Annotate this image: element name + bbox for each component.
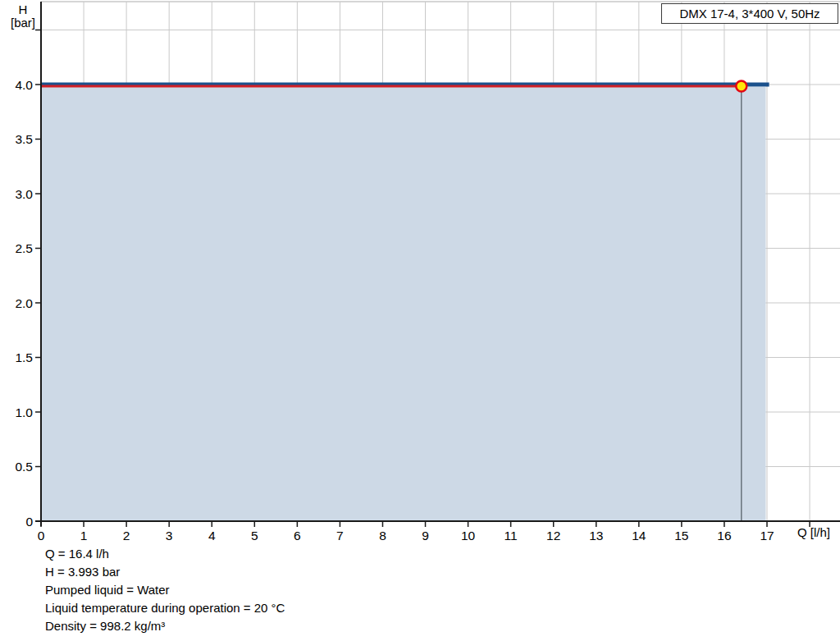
x-tick-label: 10	[461, 529, 476, 543]
duty-info-block: Q = 16.4 l/h H = 3.993 bar Pumped liquid…	[45, 545, 285, 635]
x-tick-label: 6	[294, 529, 301, 543]
y-tick-label: 2.5	[15, 241, 33, 255]
x-axis-title: Q [l/h]	[797, 525, 830, 539]
info-liquid-temperature: Liquid temperature during operation = 20…	[45, 599, 285, 617]
y-tick-label: 4.0	[15, 78, 33, 92]
y-tick-label: 1.0	[15, 405, 33, 419]
legend-label: DMX 17-4, 3*400 V, 50Hz	[679, 7, 819, 21]
y-axis-quantity: H	[4, 3, 42, 16]
y-tick-label: 0.5	[15, 460, 33, 474]
x-tick-label: 5	[251, 529, 258, 543]
y-axis-title: H [bar]	[4, 3, 42, 30]
x-tick-label: 7	[336, 529, 344, 543]
y-axis-unit: [bar]	[4, 16, 42, 30]
duty-point-marker[interactable]	[736, 80, 746, 91]
x-tick-label: 9	[422, 529, 429, 543]
x-tick-label: 14	[632, 529, 646, 543]
x-tick-label: 12	[546, 529, 560, 543]
x-tick-label: 16	[717, 529, 731, 543]
y-tick-label: 2.0	[15, 296, 33, 310]
x-tick-label: 3	[166, 529, 173, 543]
x-tick-label: 11	[504, 529, 518, 543]
x-tick-label: 8	[379, 529, 386, 543]
x-tick-label: 13	[589, 529, 603, 543]
x-tick-label: 2	[123, 529, 130, 543]
plot-area: 0123456789101112131415161700.51.01.52.02…	[0, 0, 840, 543]
y-tick-label: 0	[25, 515, 33, 529]
y-tick-label: 3.0	[15, 187, 33, 201]
curve-fill-area	[42, 87, 766, 520]
legend-box: DMX 17-4, 3*400 V, 50Hz	[661, 3, 838, 24]
x-tick-label: 4	[208, 529, 216, 543]
pump-curve-chart: 0123456789101112131415161700.51.01.52.02…	[0, 0, 840, 641]
info-head: H = 3.993 bar	[45, 563, 285, 581]
y-tick-label: 3.5	[15, 132, 33, 146]
info-flow: Q = 16.4 l/h	[45, 545, 285, 563]
info-density: Density = 998.2 kg/m³	[45, 617, 285, 635]
y-tick-label: 1.5	[15, 350, 33, 364]
x-tick-label: 0	[38, 529, 45, 543]
x-tick-label: 17	[760, 529, 774, 543]
x-tick-label: 15	[674, 529, 688, 543]
x-tick-label: 1	[80, 529, 88, 543]
info-pumped-liquid: Pumped liquid = Water	[45, 581, 285, 599]
